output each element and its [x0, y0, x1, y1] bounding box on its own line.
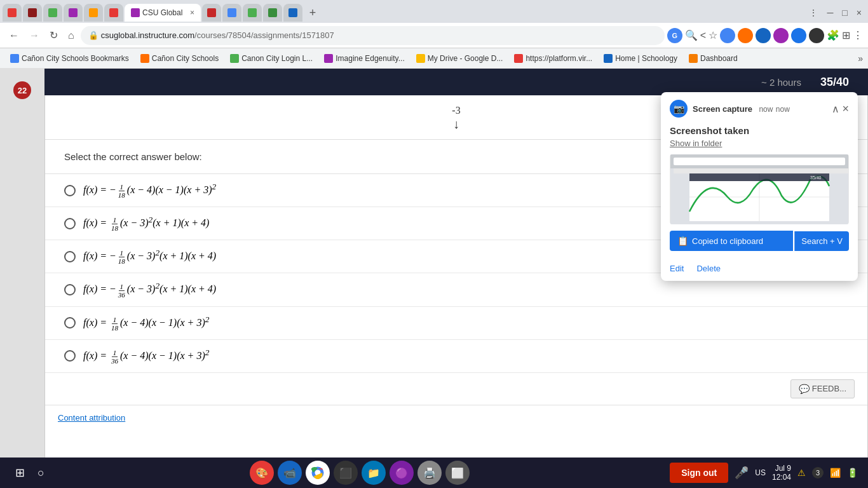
active-tab-label: CSU Global: [142, 8, 187, 17]
google-icon[interactable]: G: [667, 28, 682, 43]
language-indicator: US: [755, 468, 766, 477]
minimize-btn[interactable]: ─: [823, 8, 837, 18]
tab-9[interactable]: [243, 4, 262, 22]
popup-time: now: [759, 105, 773, 114]
new-tab-btn[interactable]: +: [304, 4, 322, 22]
popup-meta: Screen capture now now: [693, 103, 790, 114]
show-folder-link[interactable]: Show in folder: [670, 139, 849, 148]
tab-8[interactable]: [222, 4, 241, 22]
taskbar-app-1[interactable]: 🎨: [250, 461, 274, 485]
tab-asu[interactable]: [23, 4, 42, 22]
home-btn[interactable]: ⌂: [64, 27, 78, 44]
taskbar-app-chrome[interactable]: [306, 461, 330, 485]
sign-out-button[interactable]: Sign out: [670, 463, 728, 483]
feedback-button[interactable]: 💬 FEEDB...: [790, 379, 855, 398]
option-1-text: f(x) = −118(x − 4)(x − 1)(x + 3)2: [83, 182, 216, 199]
score-display: 35/40: [820, 76, 849, 89]
radio-4[interactable]: [64, 284, 76, 295]
radio-2[interactable]: [64, 218, 76, 229]
mic-icon[interactable]: 🎤: [735, 466, 749, 480]
feedback-area: 💬 FEEDB...: [45, 373, 867, 405]
popup-actions: 📋 Copied to clipboard Search + V: [670, 231, 849, 251]
tab-10[interactable]: [263, 4, 282, 22]
thumbnail-svg: 35/40: [670, 154, 849, 224]
search-btn-taskbar[interactable]: ○: [32, 464, 50, 482]
popup-close-btn[interactable]: ×: [842, 102, 849, 116]
time-display: 12:04: [772, 473, 791, 482]
bookmark-canon-login[interactable]: Canon City Login L...: [225, 53, 318, 64]
bookmark-star-icon[interactable]: ☆: [709, 29, 717, 41]
screenshot-title: Screenshot taken: [670, 125, 849, 136]
popup-app-icon: 📷: [670, 100, 688, 118]
back-btn[interactable]: ←: [5, 27, 23, 44]
taskbar-app-3[interactable]: ⬛: [334, 461, 358, 485]
tab-4[interactable]: [64, 4, 83, 22]
clipboard-icon: 📋: [677, 236, 688, 246]
address-bar: ← → ↻ ⌂ 🔒 csuglobal.instructure.com/cour…: [0, 23, 868, 48]
copied-clipboard-btn[interactable]: 📋 Copied to clipboard: [670, 231, 793, 251]
tab-fsa[interactable]: [3, 4, 22, 22]
tab-11[interactable]: [283, 4, 302, 22]
forward-btn[interactable]: →: [25, 27, 43, 44]
close-btn[interactable]: ×: [853, 8, 865, 18]
radio-5[interactable]: [64, 317, 76, 329]
bookmark-imagine[interactable]: Imagine Edgenuity...: [319, 53, 410, 64]
bookmark-canon-schools[interactable]: Cañon City Schools: [135, 53, 224, 64]
windows-btn[interactable]: ⊞: [10, 463, 30, 482]
delete-btn[interactable]: Delete: [696, 264, 721, 273]
extensions-area: G 🔍 < ☆ 🧩 ⊞ ⋮: [667, 28, 863, 43]
answer-option-5[interactable]: f(x) = 118(x − 4)(x − 1)(x + 3)2: [45, 307, 867, 340]
ssl-icon: 🔒: [88, 30, 98, 40]
radio-3[interactable]: [64, 251, 76, 262]
refresh-btn[interactable]: ↻: [46, 27, 62, 44]
radio-1[interactable]: [64, 185, 76, 196]
date-display: Jul 9: [772, 464, 791, 473]
tab-overflow[interactable]: ⋮: [805, 8, 822, 18]
down-arrow-icon: ↓: [452, 118, 460, 130]
attribution-area: Content attribution: [45, 405, 867, 430]
taskbar-app-5[interactable]: 🟣: [390, 461, 414, 485]
taskbar-app-2[interactable]: 📹: [278, 461, 302, 485]
bookmark-schoology[interactable]: Home | Schoology: [599, 53, 682, 64]
tab-bar: CSU Global × + ⋮ ─ □ ×: [0, 0, 868, 23]
left-sidebar: 22: [0, 69, 44, 458]
radio-6[interactable]: [64, 350, 76, 362]
option-4-text: f(x) = −136(x − 3)2(x + 1)(x + 4): [83, 281, 216, 298]
tab-3[interactable]: [43, 4, 62, 22]
taskbar-app-7[interactable]: ⬜: [445, 461, 470, 485]
answer-option-6[interactable]: f(x) = 136(x − 4)(x − 1)(x + 3)2: [45, 340, 867, 373]
tab-6[interactable]: [104, 4, 123, 22]
taskbar-left: ⊞ ○: [10, 463, 50, 482]
grid-icon[interactable]: ⊞: [842, 29, 850, 41]
search-btn[interactable]: Search + V: [794, 231, 849, 251]
taskbar-app-6[interactable]: 🖨️: [417, 461, 442, 485]
bookmark-drive[interactable]: My Drive - Google D...: [411, 53, 508, 64]
tab-7[interactable]: [202, 4, 221, 22]
tab-active[interactable]: CSU Global ×: [125, 4, 201, 22]
extensions-btn[interactable]: 🧩: [827, 29, 839, 41]
popup-title-group: 📷 Screen capture now now: [670, 100, 832, 118]
maximize-btn[interactable]: □: [838, 8, 851, 18]
edit-btn[interactable]: Edit: [670, 264, 684, 273]
popup-expand-btn[interactable]: ∧: [832, 103, 839, 115]
taskbar-app-4[interactable]: 📁: [362, 461, 386, 485]
notification-popup: 📷 Screen capture now now ∧ × Screenshot …: [661, 92, 858, 281]
menu-icon[interactable]: ⋮: [853, 29, 863, 41]
popup-footer: Edit Delete: [661, 259, 858, 281]
bookmarks-bar: Cañon City Schools Bookmarks Cañon City …: [0, 48, 868, 69]
share-icon[interactable]: <: [700, 30, 706, 41]
popup-title: Screen capture: [693, 104, 752, 114]
bookmark-dashboard[interactable]: Dashboard: [684, 53, 743, 64]
url-bar[interactable]: 🔒 csuglobal.instructure.com/courses/7850…: [81, 26, 665, 45]
bookmark-platform[interactable]: https://platform.vir...: [509, 53, 597, 64]
bookmark-schools[interactable]: Cañon City Schools Bookmarks: [5, 53, 134, 64]
url-display: csuglobal.instructure.com/courses/78504/…: [101, 30, 334, 40]
graph-value: -3 ↓: [452, 102, 460, 130]
notification-badge[interactable]: 22: [13, 81, 31, 99]
attribution-link[interactable]: Content attribution: [58, 413, 125, 423]
tab-5[interactable]: [84, 4, 103, 22]
bookmarks-expand[interactable]: »: [858, 53, 863, 64]
search-ext-icon[interactable]: 🔍: [685, 29, 698, 41]
notification-count-badge: 3: [812, 467, 824, 478]
tab-close-icon[interactable]: ×: [190, 8, 194, 17]
